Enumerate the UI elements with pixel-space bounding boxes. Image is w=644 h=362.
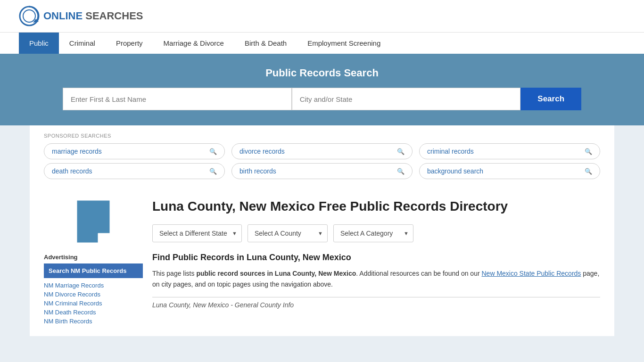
sponsored-label: SPONSORED SEARCHES [44, 133, 600, 139]
main-content: Advertising Search NM Public Records NM … [30, 189, 614, 336]
logo-online: ONLINE [43, 10, 83, 22]
sidebar-link-divorce[interactable]: NM Divorce Records [44, 291, 143, 298]
search-icon-4: 🔍 [209, 168, 217, 175]
search-row: Search [63, 88, 581, 110]
sidebar: Advertising Search NM Public Records NM … [44, 198, 143, 327]
divider [152, 297, 600, 297]
page-title: Luna County, New Mexico Free Public Reco… [152, 198, 600, 215]
nav-marriage-divorce[interactable]: Marriage & Divorce [153, 33, 234, 54]
svg-point-1 [23, 10, 35, 22]
tag-criminal-records[interactable]: criminal records 🔍 [419, 143, 600, 159]
tag-background-search[interactable]: background search 🔍 [419, 163, 600, 179]
search-banner: Public Records Search Search [0, 54, 644, 125]
state-map [44, 198, 143, 245]
nav-criminal[interactable]: Criminal [59, 33, 106, 54]
tag-divorce-label: divorce records [239, 148, 285, 155]
sidebar-link-birth[interactable]: NM Birth Records [44, 318, 143, 325]
search-icon-2: 🔍 [397, 148, 405, 155]
nav-public[interactable]: Public [19, 33, 59, 54]
search-icon-3: 🔍 [585, 148, 592, 155]
tag-criminal-label: criminal records [427, 148, 474, 155]
find-public-records-title: Find Public Records in Luna County, New … [152, 253, 600, 263]
desc-bold: public record sources in Luna County, Ne… [196, 270, 356, 277]
nav-birth-death[interactable]: Birth & Death [234, 33, 297, 54]
tag-death-label: death records [52, 167, 92, 175]
sponsored-tags: marriage records 🔍 divorce records 🔍 cri… [44, 143, 600, 179]
county-dropdown[interactable]: Select A County Bernalillo County Catron… [248, 224, 328, 242]
tag-death-records[interactable]: death records 🔍 [44, 163, 225, 179]
sidebar-link-marriage[interactable]: NM Marriage Records [44, 282, 143, 289]
nm-state-link[interactable]: New Mexico State Public Records [481, 270, 581, 277]
main-nav: Public Criminal Property Marriage & Divo… [0, 32, 644, 54]
find-desc: This page lists public record sources in… [152, 268, 600, 289]
header: ONLINE SEARCHES [0, 0, 644, 32]
sidebar-link-criminal[interactable]: NM Criminal Records [44, 300, 143, 307]
logo-searches: SEARCHES [85, 10, 143, 22]
sponsored-row-2: death records 🔍 birth records 🔍 backgrou… [44, 163, 600, 179]
search-button[interactable]: Search [520, 88, 581, 110]
sidebar-link-death[interactable]: NM Death Records [44, 309, 143, 316]
search-banner-title: Public Records Search [19, 67, 625, 79]
logo-icon [19, 6, 40, 26]
search-icon-6: 🔍 [585, 168, 592, 175]
dropdowns-row: Select a Different State Alabama Alaska … [152, 224, 600, 242]
nav-property[interactable]: Property [106, 33, 153, 54]
category-dropdown[interactable]: Select A Category Birth Records Death Re… [333, 224, 413, 242]
state-dropdown[interactable]: Select a Different State Alabama Alaska … [152, 224, 242, 242]
category-dropdown-wrapper: Select A Category Birth Records Death Re… [333, 224, 413, 242]
tag-divorce-records[interactable]: divorce records 🔍 [231, 143, 413, 159]
tag-marriage-label: marriage records [52, 148, 102, 155]
logo: ONLINE SEARCHES [19, 6, 143, 26]
sponsored-section: SPONSORED SEARCHES marriage records 🔍 di… [30, 125, 614, 189]
name-input[interactable] [63, 88, 292, 110]
city-input[interactable] [292, 88, 521, 110]
county-dropdown-wrapper: Select A County Bernalillo County Catron… [248, 224, 328, 242]
tag-birth-label: birth records [239, 167, 276, 175]
main-body: Luna County, New Mexico Free Public Reco… [152, 198, 600, 327]
state-dropdown-wrapper: Select a Different State Alabama Alaska … [152, 224, 242, 242]
advertising-label: Advertising [44, 254, 143, 261]
search-icon-1: 🔍 [209, 148, 217, 155]
nm-state-shape [72, 198, 115, 245]
nav-employment[interactable]: Employment Screening [297, 33, 391, 54]
tag-birth-records[interactable]: birth records 🔍 [231, 163, 413, 179]
sponsored-row-1: marriage records 🔍 divorce records 🔍 cri… [44, 143, 600, 159]
desc-part1: This page lists [152, 270, 196, 277]
svg-marker-3 [77, 200, 110, 243]
content-wrapper: SPONSORED SEARCHES marriage records 🔍 di… [30, 125, 614, 336]
county-info-label: Luna County, New Mexico - General County… [152, 301, 600, 309]
ad-block[interactable]: Search NM Public Records [44, 263, 143, 278]
search-icon-5: 🔍 [397, 168, 405, 175]
tag-background-label: background search [427, 167, 483, 175]
desc-part2: . Additional resources can be found on o… [356, 270, 481, 277]
tag-marriage-records[interactable]: marriage records 🔍 [44, 143, 225, 159]
logo-text: ONLINE SEARCHES [43, 10, 143, 22]
